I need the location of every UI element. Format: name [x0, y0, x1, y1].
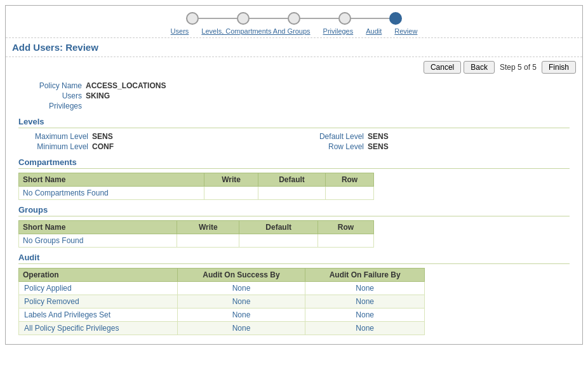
policy-name-label: Policy Name	[18, 81, 82, 90]
audit-operation: Labels And Privileges Set	[19, 309, 178, 322]
audit-failure: None	[305, 282, 425, 295]
audit-row: Labels And Privileges Set None None	[19, 309, 425, 322]
max-level-value: SENS	[92, 132, 113, 141]
audit-table: Operation Audit On Success By Audit On F…	[18, 268, 425, 335]
audit-success: None	[177, 309, 305, 322]
step-indicator: Step 5 of 5	[497, 63, 539, 72]
row-level-value: SENS	[368, 142, 389, 151]
page-title: Add Users: Review	[12, 42, 98, 53]
default-level-row: Default Level SENS	[294, 132, 570, 141]
policy-users-value: SKING	[86, 91, 110, 100]
max-level-label: Maximum Level	[18, 132, 88, 141]
wizard-circle-levels	[237, 12, 250, 25]
audit-row: Policy Removed None None	[19, 295, 425, 309]
wizard-bar: Users Levels, Compartments And Groups Pr…	[6, 6, 582, 38]
audit-operation: All Policy Specific Privileges	[19, 322, 178, 335]
audit-header-row: Operation Audit On Success By Audit On F…	[19, 269, 425, 282]
audit-section-header: Audit	[18, 253, 570, 264]
min-level-row: Minimum Level CONF	[18, 142, 294, 151]
policy-privileges-row: Privileges	[18, 102, 570, 110]
wizard-labels: Users Levels, Compartments And Groups Pr…	[6, 27, 582, 35]
min-level-value: CONF	[92, 142, 114, 151]
max-level-row: Maximum Level SENS	[18, 132, 294, 141]
compartments-empty-default	[258, 187, 325, 200]
groups-table: Short Name Write Default Row No Groups F…	[18, 220, 374, 248]
min-level-label: Minimum Level	[18, 142, 88, 151]
page-header: Add Users: Review	[6, 38, 582, 57]
audit-operation: Policy Removed	[19, 295, 178, 309]
content-area: Policy Name ACCESS_LOCATIONS Users SKING…	[6, 77, 582, 344]
wizard-circle-privileges	[288, 12, 300, 25]
wizard-line-4	[351, 18, 389, 19]
wizard-step-1	[186, 12, 199, 25]
policy-info: Policy Name ACCESS_LOCATIONS Users SKING…	[18, 81, 570, 110]
audit-col-failure: Audit On Failure By	[305, 269, 425, 282]
groups-col-shortname: Short Name	[19, 221, 177, 234]
wizard-line-3	[300, 18, 338, 19]
wizard-circle-users	[186, 12, 199, 25]
policy-privileges-label: Privileges	[18, 102, 82, 110]
wizard-label-levels[interactable]: Levels, Compartments And Groups	[201, 27, 310, 35]
wizard-step-2	[237, 12, 250, 25]
finish-button[interactable]: Finish	[542, 61, 576, 74]
groups-empty-write	[177, 234, 239, 248]
compartments-empty-row-cell	[326, 187, 374, 200]
compartments-empty-row: No Compartments Found	[19, 187, 374, 200]
levels-grid: Maximum Level SENS Minimum Level CONF De…	[18, 132, 570, 152]
wizard-circle-audit	[338, 12, 351, 25]
groups-col-default: Default	[239, 221, 317, 234]
audit-success: None	[177, 322, 305, 335]
groups-empty-default	[239, 234, 317, 248]
policy-users-label: Users	[18, 91, 82, 100]
wizard-step-3	[288, 12, 300, 25]
row-level-row: Row Level SENS	[294, 142, 570, 151]
groups-col-write: Write	[177, 221, 239, 234]
groups-empty-message: No Groups Found	[19, 234, 177, 248]
groups-col-row: Row	[317, 221, 373, 234]
wizard-label-privileges[interactable]: Privileges	[323, 27, 354, 35]
policy-name-row: Policy Name ACCESS_LOCATIONS	[18, 81, 570, 90]
wizard-line-1	[199, 18, 237, 19]
groups-empty-row: No Groups Found	[19, 234, 374, 248]
default-level-value: SENS	[368, 132, 389, 141]
wizard-label-users[interactable]: Users	[171, 27, 189, 35]
audit-success: None	[177, 282, 305, 295]
audit-failure: None	[305, 309, 425, 322]
wizard-step-4	[338, 12, 351, 25]
audit-failure: None	[305, 295, 425, 309]
wizard-step-5	[389, 12, 402, 25]
back-button[interactable]: Back	[464, 61, 495, 74]
audit-row: Policy Applied None None	[19, 282, 425, 295]
compartments-col-shortname: Short Name	[19, 173, 204, 187]
main-container: Users Levels, Compartments And Groups Pr…	[5, 5, 583, 345]
groups-section-header: Groups	[18, 205, 570, 216]
compartments-section-header: Compartments	[18, 157, 570, 169]
levels-left: Maximum Level SENS Minimum Level CONF	[18, 132, 294, 152]
wizard-label-review[interactable]: Review	[394, 27, 417, 35]
policy-users-row: Users SKING	[18, 91, 570, 100]
wizard-label-audit[interactable]: Audit	[366, 27, 382, 35]
row-level-label: Row Level	[294, 142, 364, 151]
compartments-empty-message: No Compartments Found	[19, 187, 204, 200]
wizard-line-2	[250, 18, 288, 19]
compartments-table: Short Name Write Default Row No Compartm…	[18, 173, 374, 200]
audit-col-success: Audit On Success By	[177, 269, 305, 282]
compartments-col-row: Row	[326, 173, 374, 187]
groups-empty-row-cell	[317, 234, 373, 248]
audit-operation: Policy Applied	[19, 282, 178, 295]
levels-section-header: Levels	[18, 117, 570, 128]
cancel-button[interactable]: Cancel	[424, 61, 461, 74]
wizard-circle-review	[389, 12, 402, 25]
compartments-col-write: Write	[204, 173, 258, 187]
policy-name-value: ACCESS_LOCATIONS	[86, 81, 166, 90]
compartments-col-default: Default	[258, 173, 325, 187]
default-level-label: Default Level	[294, 132, 364, 141]
audit-col-operation: Operation	[19, 269, 178, 282]
toolbar: Cancel Back Step 5 of 5 Finish	[6, 57, 582, 77]
wizard-circles	[6, 12, 582, 25]
compartments-header-row: Short Name Write Default Row	[19, 173, 374, 187]
compartments-empty-write	[204, 187, 258, 200]
audit-failure: None	[305, 322, 425, 335]
groups-header-row: Short Name Write Default Row	[19, 221, 374, 234]
audit-success: None	[177, 295, 305, 309]
